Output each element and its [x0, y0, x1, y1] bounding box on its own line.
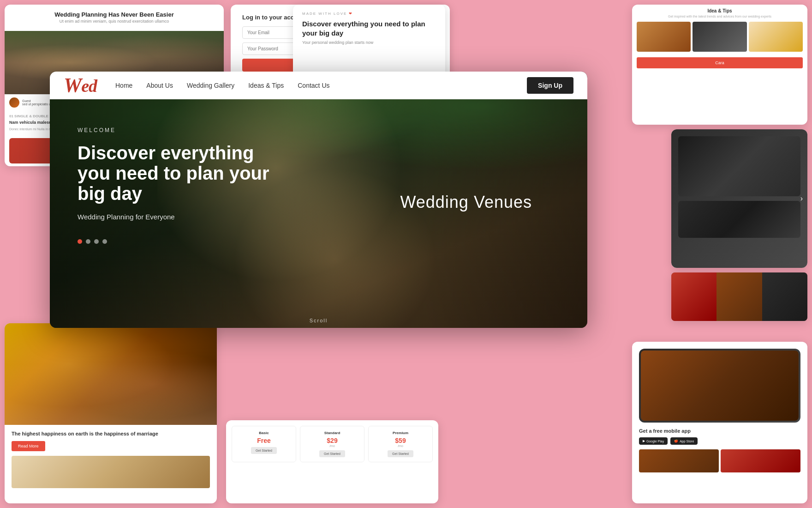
get-started-premium[interactable]: Get Started: [388, 450, 413, 457]
hero-title: Discover everything you need to plan you…: [78, 143, 276, 204]
ideas-content: Idea & Tips Get inspired with the latest…: [632, 5, 807, 72]
nav-link-ideas[interactable]: Ideas & Tips: [248, 82, 284, 89]
apple-icon: 🍎: [674, 439, 678, 443]
woman-image: [5, 323, 217, 425]
google-play-btn[interactable]: ▶ Google Play: [639, 437, 668, 445]
ideas-image-3: [749, 22, 803, 52]
nav-link-gallery[interactable]: Wedding Gallery: [187, 82, 234, 89]
nav-item-ideas[interactable]: Ideas & Tips: [248, 81, 284, 90]
app-store-label: App Store: [680, 440, 694, 443]
navbar: Wed Home About Us Wedding Gallery Ideas …: [50, 72, 587, 99]
hero-subtitle: Wedding Planning for Everyone: [78, 213, 276, 221]
dark-room-image: [678, 136, 800, 196]
plan-standard-price: $29: [305, 437, 359, 444]
read-more-button[interactable]: Read More: [12, 441, 45, 451]
dot-3[interactable]: [94, 239, 99, 244]
wedding-venues-text: Wedding Venues: [400, 193, 532, 212]
app-store-btn[interactable]: 🍎 App Store: [670, 437, 698, 445]
card-top-right: Idea & Tips Get inspired with the latest…: [632, 5, 807, 125]
app-content: Get a free mobile app ▶ Google Play 🍎 Ap…: [632, 342, 807, 479]
nav-item-about[interactable]: About Us: [146, 81, 173, 90]
made-with-love: MADE WITH LOVE ❤: [302, 12, 436, 16]
google-play-icon: ▶: [643, 439, 645, 443]
card-bottom-right: Get a free mobile app ▶ Google Play 🍎 Ap…: [632, 342, 807, 503]
nav-link-about[interactable]: About Us: [146, 82, 173, 89]
caret-right-icon[interactable]: ›: [800, 194, 803, 203]
gallery-strip-card: [671, 272, 807, 321]
plan-basic-price: Free: [237, 437, 291, 444]
carousel-btn[interactable]: Cara: [715, 60, 724, 65]
google-play-label: Google Play: [646, 440, 664, 443]
dark-card-content: ›: [671, 129, 807, 268]
card-bottom-text: The highest happiness on earth is the ha…: [5, 425, 217, 494]
plan-premium-name: Premium: [373, 431, 428, 435]
ideas-image-1: [637, 22, 691, 52]
dark-room-image-2: [678, 201, 800, 238]
card-extra-image: [12, 456, 210, 488]
logo: Wed: [64, 75, 97, 96]
ideas-subtitle: Get inspired with the latest trends and …: [637, 15, 803, 18]
gallery-item-1: [671, 272, 716, 321]
discover-content: MADE WITH LOVE ❤ Discover everything you…: [293, 5, 445, 52]
card-top-left-title: Wedding Planning Has Never Been Easier: [14, 11, 215, 19]
logo-text: Wed: [64, 76, 97, 96]
pricing-content: Basic Free Get Started Standard $29 /mo …: [226, 420, 438, 468]
dot-4[interactable]: [102, 239, 107, 244]
get-started-basic[interactable]: Get Started: [251, 447, 277, 454]
nav-item-contact[interactable]: Contact Us: [298, 81, 329, 90]
nav-links: Home About Us Wedding Gallery Ideas & Ti…: [115, 81, 527, 90]
nav-item-home[interactable]: Home: [115, 81, 132, 90]
plan-premium: Premium $59 /mo Get Started: [368, 426, 433, 462]
hero-content: WELCOME Discover everything you need to …: [78, 127, 276, 244]
card-mid-right: ›: [671, 129, 807, 268]
scroll-indicator: Scroll: [310, 318, 328, 323]
card-bottom-center: Basic Free Get Started Standard $29 /mo …: [226, 420, 438, 503]
app-stores: ▶ Google Play 🍎 App Store: [639, 437, 800, 445]
main-modal: Wed Home About Us Wedding Gallery Ideas …: [50, 72, 587, 328]
guest-avatar: [9, 97, 19, 108]
plan-basic: Basic Free Get Started: [232, 426, 296, 462]
dot-2[interactable]: [86, 239, 90, 244]
gallery-item-3: [762, 272, 807, 321]
nav-link-home[interactable]: Home: [115, 82, 132, 89]
card-top-left-subtitle: Ut enim ad minim veniam, quis nostrud ex…: [14, 19, 215, 28]
happiness-title: The highest happiness on earth is the ha…: [12, 430, 210, 437]
hero-welcome: WELCOME: [78, 127, 276, 133]
plan-premium-price: $59: [373, 437, 428, 444]
ideas-title: Idea & Tips: [637, 8, 803, 13]
card-bottom-left: The highest happiness on earth is the ha…: [5, 323, 217, 503]
gallery-strip: [671, 272, 807, 321]
heart-icon: ❤: [349, 12, 353, 16]
discover-title: Discover everything you need to plan you…: [302, 19, 436, 37]
app-preview-strip: [639, 449, 800, 472]
dot-1[interactable]: [78, 239, 82, 244]
ideas-images: [637, 22, 803, 52]
nav-item-gallery[interactable]: Wedding Gallery: [187, 81, 234, 90]
app-title: Get a free mobile app: [639, 428, 800, 434]
ideas-image-2: [693, 22, 746, 52]
plan-premium-period: /mo: [373, 444, 428, 448]
plan-standard-period: /mo: [305, 444, 359, 448]
signup-button[interactable]: Sign Up: [527, 77, 573, 94]
hero-dots: [78, 239, 276, 244]
discover-subtitle: Your personal wedding plan starts now: [302, 40, 436, 45]
hero-section: WELCOME Discover everything you need to …: [50, 99, 587, 328]
nav-link-contact[interactable]: Contact Us: [298, 82, 329, 89]
plan-standard: Standard $29 /mo Get Started: [300, 426, 364, 462]
phone-mockup: [639, 349, 800, 423]
plan-basic-name: Basic: [237, 431, 291, 435]
plan-standard-name: Standard: [305, 431, 359, 435]
gallery-item-2: [716, 272, 762, 321]
get-started-standard[interactable]: Get Started: [319, 450, 345, 457]
